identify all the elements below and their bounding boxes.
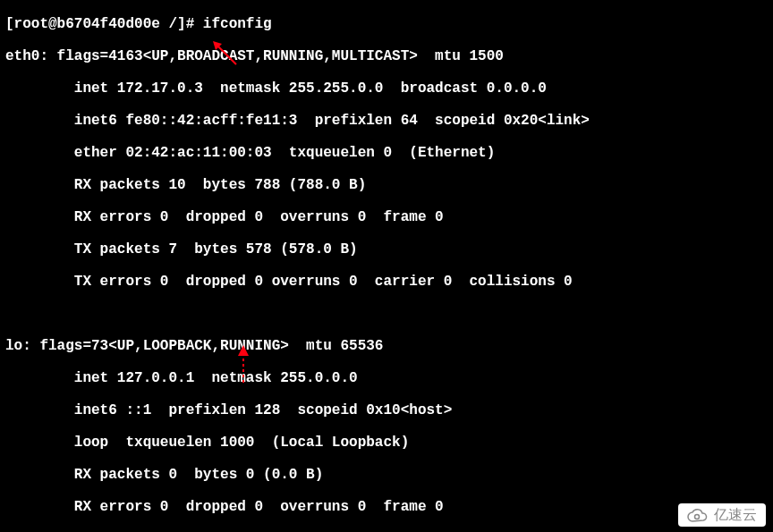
blank-line	[5, 306, 768, 322]
shell-prompt: [root@b6704f40d00e /]#	[5, 16, 194, 32]
lo-inet6: inet6 ::1 prefixlen 128 scopeid 0x10<hos…	[5, 402, 768, 418]
eth0-tx-errors: TX errors 0 dropped 0 overruns 0 carrier…	[5, 274, 768, 290]
eth0-inet: inet 172.17.0.3 netmask 255.255.0.0 broa…	[5, 80, 768, 97]
eth0-rx-errors: RX errors 0 dropped 0 overruns 0 frame 0	[5, 209, 768, 225]
watermark-badge: 亿速云	[678, 503, 766, 527]
eth0-tx-packets: TX packets 7 bytes 578 (578.0 B)	[5, 241, 768, 258]
eth0-header: eth0: flags=4163<UP,BROADCAST,RUNNING,MU…	[5, 48, 768, 64]
eth0-ether: ether 02:42:ac:11:00:03 txqueuelen 0 (Et…	[5, 145, 768, 161]
lo-inet: inet 127.0.0.1 netmask 255.0.0.0	[5, 370, 768, 386]
watermark-text: 亿速云	[714, 507, 757, 523]
eth0-inet6: inet6 fe80::42:acff:fe11:3 prefixlen 64 …	[5, 113, 768, 129]
prompt-line: [root@b6704f40d00e /]# ifconfig	[5, 16, 768, 32]
terminal-window[interactable]: [root@b6704f40d00e /]# ifconfig eth0: fl…	[0, 0, 773, 532]
lo-rx-errors: RX errors 0 dropped 0 overruns 0 frame 0	[5, 499, 768, 515]
command-ifconfig: ifconfig	[203, 16, 272, 32]
lo-loop: loop txqueuelen 1000 (Local Loopback)	[5, 435, 768, 451]
cloud-icon	[685, 507, 709, 523]
eth0-rx-packets: RX packets 10 bytes 788 (788.0 B)	[5, 177, 768, 193]
svg-point-4	[695, 515, 700, 519]
lo-header: lo: flags=73<UP,LOOPBACK,RUNNING> mtu 65…	[5, 338, 768, 354]
lo-rx-packets: RX packets 0 bytes 0 (0.0 B)	[5, 467, 768, 483]
